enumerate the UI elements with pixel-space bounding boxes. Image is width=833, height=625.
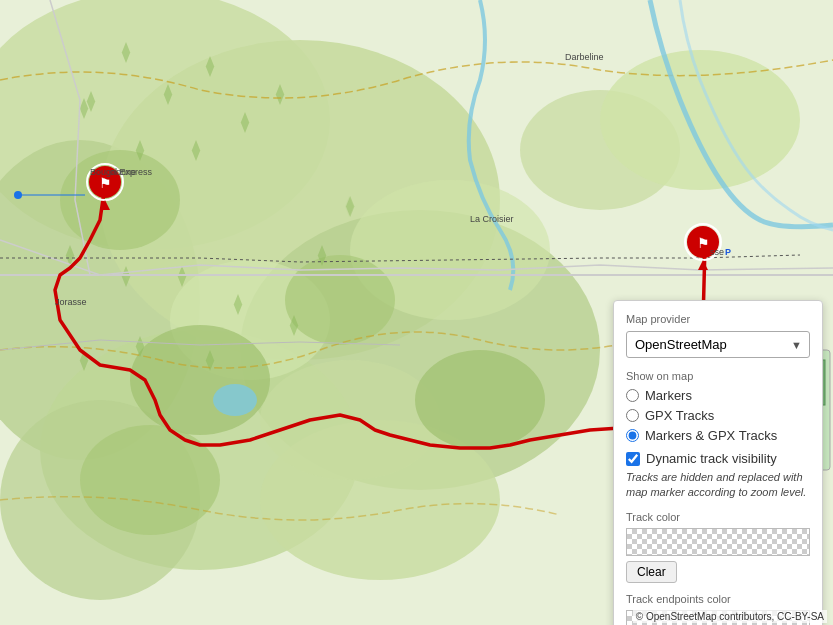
svg-point-9 (600, 50, 800, 190)
track-color-swatch[interactable] (626, 528, 810, 556)
show-on-map-label: Show on map (626, 370, 810, 382)
radio-markers-gpx[interactable]: Markers & GPX Tracks (626, 428, 810, 443)
radio-markers-label: Markers (645, 388, 692, 403)
clear-track-color-button[interactable]: Clear (626, 561, 677, 583)
dynamic-visibility-label: Dynamic track visibility (646, 451, 777, 466)
svg-text:⚑: ⚑ (697, 235, 710, 251)
svg-text:P: P (725, 247, 731, 257)
svg-point-38 (213, 384, 257, 416)
map-provider-select-wrapper: OpenStreetMap Google Maps Bing Maps ▼ (626, 331, 810, 358)
map-provider-select[interactable]: OpenStreetMap Google Maps Bing Maps (626, 331, 810, 358)
svg-point-16 (415, 350, 545, 450)
radio-markers-gpx-input[interactable] (626, 429, 639, 442)
svg-point-13 (60, 150, 180, 250)
radio-gpx-label: GPX Tracks (645, 408, 714, 423)
radio-gpx-input[interactable] (626, 409, 639, 422)
radio-gpx-tracks[interactable]: GPX Tracks (626, 408, 810, 423)
radio-markers-gpx-label: Markers & GPX Tracks (645, 428, 777, 443)
attribution-text: © OpenStreetMap contributors, CC-BY-SA (636, 611, 824, 622)
svg-text:Jorasse: Jorasse (55, 297, 87, 307)
map-attribution: © OpenStreetMap contributors, CC-BY-SA (633, 610, 827, 623)
radio-markers[interactable]: Markers (626, 388, 810, 403)
svg-text:ol Express: ol Express (110, 167, 153, 177)
svg-text:⚑: ⚑ (99, 175, 112, 191)
svg-text:Darbeline: Darbeline (565, 52, 604, 62)
show-on-map-radio-group: Markers GPX Tracks Markers & GPX Tracks (626, 388, 810, 443)
svg-point-14 (130, 325, 270, 435)
track-color-label: Track color (626, 511, 810, 523)
endpoints-color-label: Track endpoints color (626, 593, 810, 605)
svg-text:La Croisier: La Croisier (470, 214, 514, 224)
svg-point-17 (80, 425, 220, 535)
map-provider-label: Map provider (626, 313, 810, 325)
svg-text:sse: sse (710, 247, 724, 257)
dynamic-visibility-option[interactable]: Dynamic track visibility (626, 451, 810, 466)
dynamic-visibility-description: Tracks are hidden and replaced with map … (626, 470, 810, 501)
map-container: ⚑ ⚑ Bougnonne ol Express La Croisier Dar… (0, 0, 833, 625)
radio-markers-input[interactable] (626, 389, 639, 402)
svg-point-12 (260, 360, 440, 480)
dynamic-visibility-checkbox[interactable] (626, 452, 640, 466)
settings-panel: Map provider OpenStreetMap Google Maps B… (613, 300, 823, 625)
